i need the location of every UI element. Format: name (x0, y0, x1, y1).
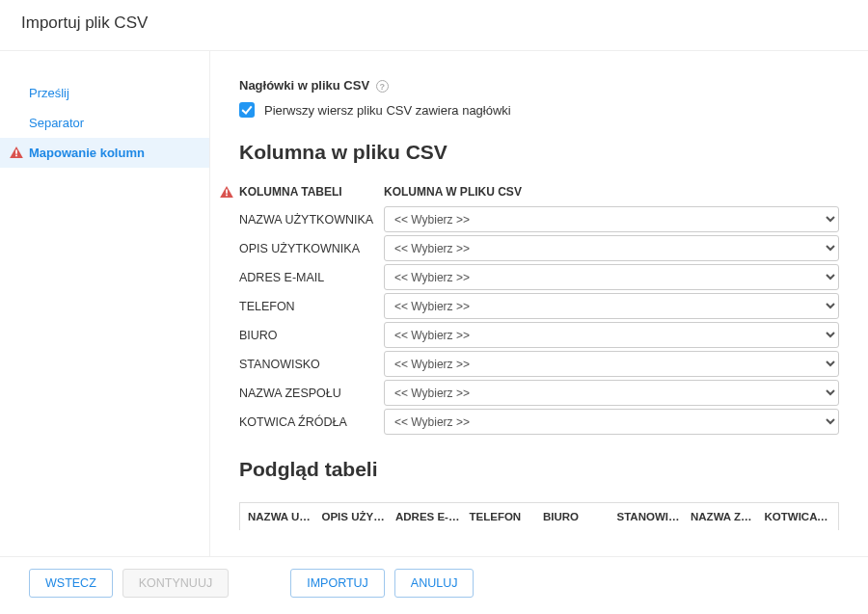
mapping-row: NAZWA UŻYTKOWNIKA << Wybierz >> (239, 206, 839, 232)
help-icon[interactable]: ? (376, 80, 389, 93)
mapping-select-userdesc[interactable]: << Wybierz >> (384, 235, 839, 261)
preview-col: KOTWICA ŹRÓDŁA (761, 511, 835, 522)
preview-col: OPIS UŻYTKOW… (318, 511, 393, 522)
mapping-select-team[interactable]: << Wybierz >> (384, 380, 839, 406)
mapping-select-anchor[interactable]: << Wybierz >> (384, 409, 839, 435)
preview-col: TELEFON (466, 511, 540, 522)
preview-col: BIURO (539, 511, 613, 522)
mapping-row: STANOWISKO << Wybierz >> (239, 351, 839, 377)
mapping-row: BIURO << Wybierz >> (239, 322, 839, 348)
checkbox-label: Pierwszy wiersz pliku CSV zawiera nagłów… (264, 103, 511, 118)
mapping-row-label: ADRES E-MAIL (239, 271, 384, 284)
first-row-headers-option[interactable]: Pierwszy wiersz pliku CSV zawiera nagłów… (239, 102, 839, 118)
wizard-footer: WSTECZ KONTYNUUJ IMPORTUJ ANULUJ (0, 556, 868, 609)
mapping-header-table-column: KOLUMNA TABELI (239, 185, 384, 199)
sidebar-item-label: Separator (29, 116, 84, 130)
back-button[interactable]: WSTECZ (29, 569, 113, 598)
mapping-row: OPIS UŻYTKOWNIKA << Wybierz >> (239, 235, 839, 261)
sidebar-item-mapping[interactable]: Mapowanie kolumn (0, 138, 209, 168)
mapping-select-username[interactable]: << Wybierz >> (384, 206, 839, 232)
wizard-steps-sidebar: Prześlij Separator Mapowanie kolumn (0, 51, 210, 556)
svg-rect-0 (15, 149, 17, 153)
mapping-select-phone[interactable]: << Wybierz >> (384, 293, 839, 319)
mapping-header-row: KOLUMNA TABELI KOLUMNA W PLIKU CSV (239, 185, 839, 199)
content: Prześlij Separator Mapowanie kolumn Nagł… (0, 51, 868, 556)
column-mapping-heading: Kolumna w pliku CSV (239, 141, 839, 164)
warning-icon (220, 186, 233, 198)
preview-col: STANOWI… (613, 511, 688, 522)
preview-heading: Podgląd tabeli (239, 458, 839, 481)
preview-table-header: NAZWA UŻYTKOW… OPIS UŻYTKOW… ADRES E-MAI… (239, 502, 839, 530)
headers-label-text: Nagłówki w pliku CSV (239, 78, 369, 93)
import-button[interactable]: IMPORTUJ (290, 569, 385, 598)
mapping-row-label: STANOWISKO (239, 358, 384, 371)
continue-button: KONTYNUUJ (122, 569, 229, 598)
column-mapping-table: KOLUMNA TABELI KOLUMNA W PLIKU CSV NAZWA… (239, 185, 839, 435)
dialog-title: Importuj plik CSV (0, 0, 868, 51)
spacer (238, 569, 281, 598)
main-panel: Nagłówki w pliku CSV ? Pierwszy wiersz p… (210, 51, 868, 556)
mapping-select-email[interactable]: << Wybierz >> (384, 264, 839, 290)
mapping-select-position[interactable]: << Wybierz >> (384, 351, 839, 377)
mapping-row: TELEFON << Wybierz >> (239, 293, 839, 319)
headers-section-label: Nagłówki w pliku CSV ? (239, 78, 839, 93)
svg-rect-1 (15, 155, 17, 157)
mapping-row-label: NAZWA ZESPOŁU (239, 387, 384, 400)
sidebar-item-label: Prześlij (29, 86, 69, 100)
svg-rect-3 (226, 195, 228, 197)
sidebar-item-label: Mapowanie kolumn (29, 146, 145, 160)
mapping-select-office[interactable]: << Wybierz >> (384, 322, 839, 348)
sidebar-item-upload[interactable]: Prześlij (0, 78, 209, 108)
preview-col: NAZWA ZESPOŁU (687, 511, 761, 522)
svg-rect-2 (226, 189, 228, 193)
sidebar-item-separator[interactable]: Separator (0, 108, 209, 138)
mapping-row-label: KOTWICA ŹRÓDŁA (239, 415, 384, 429)
preview-col: NAZWA UŻYTKOW… (244, 511, 318, 522)
cancel-button[interactable]: ANULUJ (394, 569, 475, 598)
checkbox-checked-icon[interactable] (239, 102, 255, 118)
mapping-row: KOTWICA ŹRÓDŁA << Wybierz >> (239, 409, 839, 435)
mapping-row-label: BIURO (239, 329, 384, 342)
warning-icon (10, 147, 23, 158)
mapping-header-csv-column: KOLUMNA W PLIKU CSV (384, 185, 839, 199)
mapping-row-label: OPIS UŻYTKOWNIKA (239, 242, 384, 255)
mapping-row-label: NAZWA UŻYTKOWNIKA (239, 213, 384, 227)
preview-col: ADRES E-MAIL (392, 511, 466, 522)
mapping-row: ADRES E-MAIL << Wybierz >> (239, 264, 839, 290)
mapping-row: NAZWA ZESPOŁU << Wybierz >> (239, 380, 839, 406)
mapping-row-label: TELEFON (239, 300, 384, 313)
